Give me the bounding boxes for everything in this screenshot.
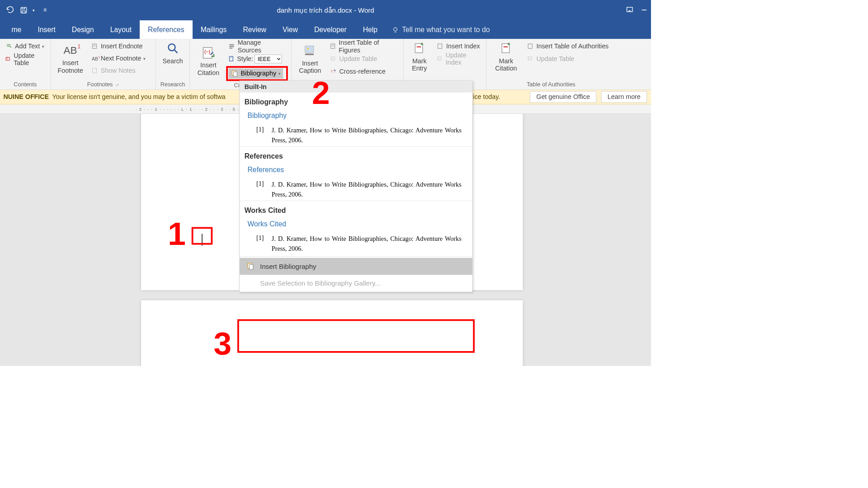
tab-review[interactable]: Review (235, 20, 274, 39)
dialog-launcher-icon[interactable]: ⤢ (113, 82, 119, 87)
tab-developer[interactable]: Developer (306, 20, 355, 39)
dropdown-divider (240, 256, 472, 257)
style-icon (228, 55, 236, 63)
tab-layout[interactable]: Layout (102, 20, 140, 39)
svg-rect-17 (229, 46, 234, 47)
tab-references[interactable]: References (140, 20, 193, 39)
tab-insert[interactable]: Insert (29, 20, 63, 39)
svg-text:+: + (9, 45, 12, 49)
svg-rect-0 (21, 7, 26, 13)
annotation-box-1 (192, 227, 213, 245)
svg-text:+: + (507, 42, 510, 47)
annotation-number-3: 3 (214, 325, 232, 362)
add-text-icon: + (5, 43, 13, 51)
search-button[interactable]: Search (160, 41, 186, 65)
tell-me-label: Tell me what you want to do (402, 26, 490, 34)
insert-toa-button[interactable]: Insert Table of Authorities (525, 41, 611, 52)
toa-icon (527, 43, 535, 51)
insert-footnote-button[interactable]: AB1 Insert Footnote (54, 41, 86, 76)
insert-citation-button[interactable]: (−) Insert Citation (193, 41, 224, 81)
manage-sources-icon (228, 43, 236, 51)
dropdown-header-builtin: Built-In (240, 81, 472, 93)
svg-text:(−): (−) (204, 49, 210, 54)
insert-tof-button[interactable]: Insert Table of Figures (328, 41, 400, 52)
style-dropdown[interactable]: IEEE (255, 55, 282, 64)
svg-rect-1 (627, 7, 632, 12)
mark-entry-icon: + (412, 41, 427, 56)
tof-icon (330, 43, 336, 51)
qat-dropdown-icon[interactable]: ▾ (33, 8, 35, 13)
insert-bibliography-item[interactable]: Insert Bibliography (240, 258, 472, 275)
update-toc-button[interactable]: ! Update Table (4, 54, 47, 65)
svg-rect-16 (229, 44, 234, 46)
group-label-research: Research (160, 80, 186, 89)
quick-access-toolbar: ▾ ≡ (0, 5, 52, 15)
svg-rect-3 (7, 44, 10, 45)
next-footnote-icon: AB1 (91, 55, 99, 63)
tab-view[interactable]: View (274, 20, 306, 39)
mark-entry-button[interactable]: + Mark Entry (407, 41, 432, 72)
insert-citation-icon: (−) (201, 46, 216, 61)
update-icon: ! (330, 55, 337, 63)
svg-point-24 (307, 47, 309, 50)
tell-me-search[interactable]: Tell me what you want to do (392, 26, 490, 34)
dropdown-section-bibliography[interactable]: Bibliography Bibliography [1] J. D. Kram… (240, 93, 472, 146)
tab-design[interactable]: Design (64, 20, 102, 39)
learn-more-button[interactable]: Learn more (601, 91, 647, 103)
cross-ref-icon: (−) (330, 68, 337, 75)
insert-endnote-button[interactable]: Insert Endnote (89, 41, 147, 52)
style-selector[interactable]: Style: IEEE (226, 54, 288, 65)
title-bar: ▾ ≡ danh mục trích dẫn.docx - Word − (0, 0, 651, 20)
index-icon (437, 43, 444, 51)
bibliography-button[interactable]: Bibliography ▾ (229, 69, 283, 79)
svg-text:!: ! (439, 57, 439, 60)
get-genuine-button[interactable]: Get genuine Office (530, 91, 596, 103)
svg-rect-18 (229, 48, 232, 49)
add-text-button[interactable]: + Add Text ▾ (4, 41, 47, 52)
chevron-down-icon: ▾ (143, 56, 146, 61)
lightbulb-icon (392, 26, 399, 33)
window-controls: − (626, 5, 647, 16)
ribbon-tabs: me Insert Design Layout References Maili… (0, 20, 651, 39)
bibliography-icon (231, 70, 239, 78)
insert-index-button[interactable]: Insert Index (435, 41, 483, 52)
mark-citation-button[interactable]: + Mark Citation (490, 41, 522, 72)
svg-rect-11 (92, 68, 96, 73)
group-label-toa: Table of Authorities (490, 80, 612, 89)
warning-label: NUINE OFFICE (4, 93, 49, 101)
cross-reference-button[interactable]: (−) Cross-reference (328, 66, 400, 77)
save-icon[interactable] (19, 5, 28, 15)
tab-mailings[interactable]: Mailings (193, 20, 235, 39)
manage-sources-button[interactable]: Manage Sources (226, 41, 288, 52)
search-icon (165, 41, 180, 56)
undo-icon[interactable] (5, 5, 15, 15)
svg-text:!: ! (332, 57, 333, 60)
dropdown-section-works-cited[interactable]: Works Cited Works Cited [1] J. D. Kramer… (240, 201, 472, 255)
chevron-down-icon: ▾ (278, 71, 281, 76)
citation-entry: [1] J. D. Kramer, How to Write Bibliogra… (245, 124, 468, 146)
bibliography-button-highlight: Bibliography ▾ (226, 66, 288, 81)
group-toa: + Mark Citation Insert Table of Authorit… (486, 39, 615, 89)
svg-point-12 (168, 44, 175, 51)
update-icon: ! (437, 55, 443, 63)
group-research: Search Research (156, 39, 190, 89)
update-table-icon: ! (5, 56, 12, 63)
insert-caption-button[interactable]: Insert Caption (295, 41, 325, 77)
footnote-ab-icon: AB1 (63, 43, 78, 58)
chevron-down-icon: ▾ (42, 44, 44, 49)
tab-home[interactable]: me (4, 20, 30, 39)
update-icon: ! (527, 55, 535, 63)
annotation-number-1: 1 (168, 215, 186, 252)
ribbon-display-icon[interactable] (626, 5, 633, 14)
citation-entry: [1] J. D. Kramer, How to Write Bibliogra… (245, 233, 468, 255)
next-footnote-button[interactable]: AB1 Next Footnote ▾ (89, 53, 147, 64)
tab-help[interactable]: Help (355, 20, 386, 39)
svg-rect-23 (305, 46, 314, 52)
group-toc: + Add Text ▾ ! Update Table Contents (0, 39, 51, 89)
qat-customize-icon[interactable]: ≡ (43, 7, 47, 14)
minimize-icon[interactable]: − (642, 5, 647, 16)
window-title: danh mục trích dẫn.docx - Word (277, 6, 374, 14)
dropdown-section-references[interactable]: References References [1] J. D. Kramer, … (240, 146, 472, 201)
show-notes-button: Show Notes (89, 66, 147, 76)
endnote-icon (91, 43, 99, 51)
